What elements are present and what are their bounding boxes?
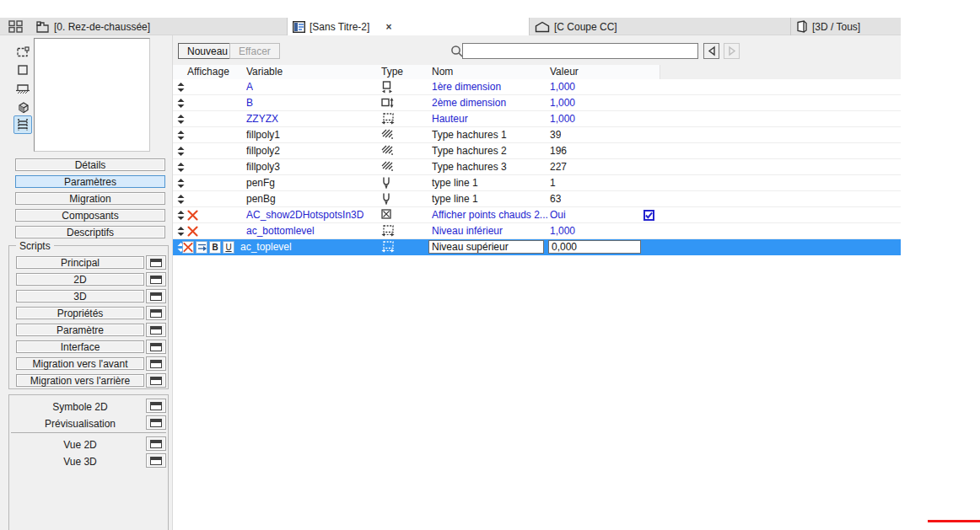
variable-name: A [246, 81, 253, 93]
updown-handle-icon[interactable] [177, 179, 185, 188]
dim-z-icon [381, 113, 395, 126]
parameter-valeur: 1,000 [550, 81, 575, 93]
underline-button[interactable]: U [223, 241, 234, 254]
tab-coupe[interactable]: [C Coupe CC] [530, 18, 791, 35]
open-window-symbole-2d-button[interactable] [146, 399, 166, 413]
parameter-nom: Niveau inférieur [432, 225, 503, 237]
open-window-2d-button[interactable] [146, 272, 166, 286]
parameter-row-AC_show2DHotspotsIn3D[interactable]: AC_show2DHotspotsIn3DAfficher points cha… [173, 207, 901, 223]
open-window-migration-arriere-button[interactable] [146, 373, 166, 388]
sidebar-item-details[interactable]: Détails [15, 158, 165, 171]
sidebar-item-migration[interactable]: Migration [15, 192, 165, 205]
parameter-row-ZZYZX[interactable]: ZZYZXHauteur1,000 [173, 111, 901, 127]
search-input[interactable] [462, 43, 698, 59]
parameter-row-fillpoly1[interactable]: fillpoly1Type hachures 139 [173, 127, 901, 143]
updown-handle-icon[interactable] [177, 211, 185, 220]
open-window-3d-button[interactable] [146, 289, 166, 303]
updown-handle-icon[interactable] [177, 99, 185, 108]
script-button-migration-avant[interactable]: Migration vers l'avant [16, 357, 144, 370]
bold-button[interactable]: B [209, 241, 221, 254]
variable-name: ZZYZX [246, 113, 278, 125]
open-window-migration-avant-button[interactable] [146, 356, 166, 371]
column-header-nom[interactable]: Nom [432, 66, 453, 78]
delete-parameter-toggle-button[interactable] [182, 241, 194, 254]
tab-floor-plan[interactable]: [0. Rez-de-chaussée] [30, 18, 288, 35]
updown-handle-icon[interactable] [177, 115, 185, 124]
parameter-row-ac_bottomlevel[interactable]: ac_bottomlevelNiveau inférieur1,000 [173, 223, 901, 239]
search-prev-button[interactable] [703, 43, 719, 59]
tab-sans-titre[interactable]: [Sans Titre-2] × [288, 18, 530, 35]
symbol-2d-icon[interactable] [13, 44, 32, 59]
window-icon [150, 292, 162, 301]
updown-handle-icon[interactable] [177, 195, 185, 204]
sidebar-item-descriptifs[interactable]: Descriptifs [15, 226, 165, 238]
script-button-parametre[interactable]: Paramètre [16, 324, 144, 336]
gdl-object-icon [293, 21, 305, 33]
window-icon [150, 309, 162, 318]
sidebar: Détails Paramètres Migration Composants … [0, 35, 173, 530]
updown-handle-icon[interactable] [177, 163, 185, 172]
section-ground-icon[interactable] [13, 81, 32, 96]
parameter-list-icon[interactable] [13, 115, 32, 134]
vue-2d-label: Vue 2D [16, 439, 144, 451]
open-window-vue-3d-button[interactable] [146, 453, 166, 468]
script-button-principal[interactable]: Principal [16, 256, 144, 269]
updown-handle-icon[interactable] [177, 83, 185, 92]
parameter-row-A[interactable]: A1ère dimension1,000 [173, 79, 901, 95]
new-parameter-button[interactable]: Nouveau [178, 43, 237, 59]
search-next-button[interactable] [724, 43, 740, 59]
open-window-vue-2d-button[interactable] [146, 436, 166, 451]
parameter-row-penBg[interactable]: penBgtype line 163 [173, 191, 901, 207]
parameter-nom: type line 1 [432, 177, 478, 189]
open-window-parametre-button[interactable] [146, 323, 166, 337]
column-header-type[interactable]: Type [381, 66, 403, 78]
script-button-3d[interactable]: 3D [16, 290, 144, 302]
parameter-row-ac_toplevel[interactable]: BUac_toplevelNiveau supérieur0,000 [173, 239, 901, 255]
child-flow-button[interactable] [196, 241, 207, 254]
script-button-2d[interactable]: 2D [16, 273, 144, 286]
pen-icon [381, 177, 395, 190]
quad-view-icon[interactable] [0, 18, 30, 35]
script-button-migration-arriere[interactable]: Migration vers l'arrière [16, 374, 144, 387]
tab-3d[interactable]: [3D / Tous] [791, 18, 901, 35]
preview-groupbox: Symbole 2D Prévisualisation Vue 2D Vue 3… [8, 394, 169, 530]
tab-label: [0. Rez-de-chaussée] [54, 21, 150, 33]
parameter-row-penFg[interactable]: penFgtype line 11 [173, 175, 901, 191]
open-window-previsualisation-button[interactable] [146, 415, 166, 430]
tab-label: [3D / Tous] [812, 21, 860, 33]
parameter-row-fillpoly2[interactable]: fillpoly2Type hachures 2196 [173, 143, 901, 159]
parameter-nom: 1ère dimension [432, 81, 501, 93]
column-header-variable[interactable]: Variable [246, 66, 283, 78]
parameter-row-fillpoly3[interactable]: fillpoly3Type hachures 3227 [173, 159, 901, 175]
column-header-affichage[interactable]: Affichage [187, 66, 229, 78]
close-icon[interactable]: × [385, 22, 391, 32]
open-window-proprietes-button[interactable] [146, 306, 166, 320]
bool-icon [381, 209, 395, 222]
open-window-interface-button[interactable] [146, 340, 166, 354]
tab-bar: [0. Rez-de-chaussée] [Sans Titre-2] × [C… [0, 18, 901, 35]
sidebar-item-composants[interactable]: Composants [15, 209, 165, 222]
delete-parameter-button[interactable]: Effacer [229, 43, 280, 59]
parameter-row-B[interactable]: B2ème dimension1,000 [173, 95, 901, 111]
column-header-valeur[interactable]: Valeur [550, 66, 579, 78]
window-icon [150, 402, 162, 410]
script-button-proprietes[interactable]: Propriétés [16, 307, 144, 319]
window-icon [150, 440, 162, 448]
script-button-interface[interactable]: Interface [16, 340, 144, 353]
nom-edit-field[interactable]: Niveau supérieur [428, 240, 544, 254]
updown-handle-icon[interactable] [177, 227, 185, 236]
square-icon[interactable] [13, 62, 32, 78]
valeur-edit-field[interactable]: 0,000 [548, 240, 641, 254]
variable-name: penFg [246, 177, 275, 189]
updown-handle-icon[interactable] [177, 131, 185, 140]
value-checkbox[interactable] [643, 210, 654, 221]
cube-3d-icon[interactable] [13, 99, 32, 115]
window-icon [150, 343, 162, 351]
open-window-principal-button[interactable] [146, 255, 166, 270]
parameter-valeur: 1,000 [550, 225, 575, 237]
updown-handle-icon[interactable] [177, 147, 185, 156]
sidebar-item-parametres[interactable]: Paramètres [15, 175, 165, 188]
variable-name: AC_show2DHotspotsIn3D [246, 209, 363, 221]
fill-hatch-icon [381, 145, 395, 158]
pen-icon [381, 193, 395, 206]
